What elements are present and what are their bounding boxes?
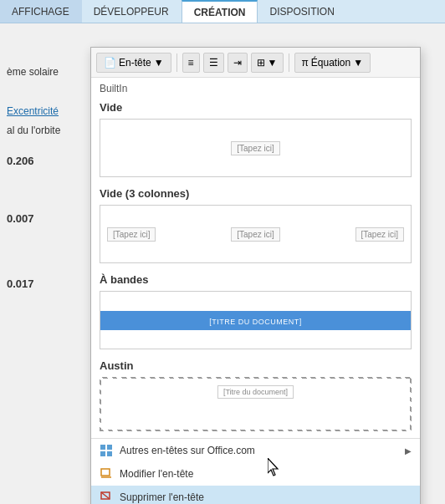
builtin-label: BuiltIn <box>91 78 420 98</box>
sidebar-val1: 0.206 <box>7 154 84 169</box>
indent-icon: ⇥ <box>233 57 242 69</box>
preview-vide3[interactable]: [Tapez ici] [Tapez ici] [Tapez ici] <box>100 205 412 263</box>
sidebar-orbite: al du l'orbite <box>7 124 84 138</box>
tab-affichage[interactable]: AFFICHAGE <box>0 0 82 23</box>
sidebar-excentricite: Excentricité <box>7 104 84 119</box>
edit-icon <box>100 467 113 481</box>
equation-arrow-icon: ▼ <box>353 57 363 69</box>
arrow-right-icon: ▶ <box>405 446 412 456</box>
toolbar-sep1 <box>176 53 177 72</box>
entete-button[interactable]: 📄 En-tête ▼ <box>96 53 171 73</box>
align-center-icon: ☰ <box>209 57 218 69</box>
menu-autres-label: Autres en-têtes sur Office.com <box>120 445 255 456</box>
align-center-button[interactable]: ☰ <box>203 53 224 73</box>
section-bandes-title: À bandes <box>91 270 420 289</box>
equation-button[interactable]: π Équation ▼ <box>294 53 371 73</box>
section-vide3-title: Vide (3 colonnes) <box>91 184 420 203</box>
pi-icon: π <box>302 57 309 69</box>
tab-creation[interactable]: CRÉATION <box>182 0 258 23</box>
svg-rect-0 <box>100 445 105 450</box>
tab-developpeur[interactable]: DÉVELOPPEUR <box>82 0 182 23</box>
preview-bands-text: [TITRE DU DOCUMENT] <box>209 318 302 326</box>
delete-icon <box>100 491 113 504</box>
tab-disposition[interactable]: DISPOSITION <box>258 0 346 23</box>
entete-icon: 📄 <box>104 57 116 69</box>
align-left-icon: ≡ <box>188 57 194 69</box>
preview-vide3-text2: [Tapez ici] <box>231 227 279 242</box>
ribbon-bar: AFFICHAGE DÉVELOPPEUR CRÉATION DISPOSITI… <box>0 0 445 23</box>
dropdown-menu-items: Autres en-têtes sur Office.com ▶ Modifie… <box>91 438 420 504</box>
indent-button[interactable]: ⇥ <box>228 53 248 73</box>
menu-supprimer[interactable]: Supprimer l'en-tête <box>91 486 420 504</box>
preview-vide3-row: [Tapez ici] [Tapez ici] [Tapez ici] <box>107 227 404 242</box>
dropdown-content[interactable]: BuiltIn Vide [Tapez ici] Vide (3 colonne… <box>91 78 420 438</box>
section-austin-title: Austin <box>91 356 420 375</box>
more-button[interactable]: ⊞ ▼ <box>251 53 284 73</box>
menu-modifier[interactable]: Modifier l'en-tête <box>91 462 420 486</box>
more-icon: ⊞ <box>257 57 265 69</box>
svg-rect-3 <box>107 451 112 456</box>
preview-vide3-text3: [Tapez ici] <box>355 227 404 242</box>
section-vide-title: Vide <box>91 98 420 117</box>
toolbar-sep2 <box>289 53 289 72</box>
sidebar-systeme: ème solaire <box>7 65 84 79</box>
entete-dropdown: 📄 En-tête ▼ ≡ ☰ ⇥ ⊞ ▼ π Équation ▼ Built… <box>90 47 421 504</box>
svg-line-7 <box>101 492 110 499</box>
menu-supprimer-label: Supprimer l'en-tête <box>120 491 204 503</box>
dropdown-toolbar: 📄 En-tête ▼ ≡ ☰ ⇥ ⊞ ▼ π Équation ▼ <box>91 48 420 78</box>
grid-icon <box>100 444 113 457</box>
chevron-down-icon: ▼ <box>268 57 278 69</box>
menu-modifier-label: Modifier l'en-tête <box>120 468 193 480</box>
svg-rect-2 <box>100 451 105 456</box>
sidebar-val3: 0.017 <box>7 277 84 292</box>
sidebar-val2: 0.007 <box>7 211 84 227</box>
preview-bandes[interactable]: [TITRE DU DOCUMENT] <box>100 291 412 349</box>
preview-vide3-text1: [Tapez ici] <box>107 227 156 242</box>
menu-autres[interactable]: Autres en-têtes sur Office.com ▶ <box>91 439 420 462</box>
align-left-button[interactable]: ≡ <box>182 53 200 73</box>
preview-bands-bar: [TITRE DU DOCUMENT] <box>100 311 411 330</box>
svg-rect-4 <box>101 469 110 476</box>
preview-austin[interactable]: [Titre du document] <box>100 377 412 431</box>
document-sidebar: ème solaire Excentricité al du l'orbite … <box>0 23 90 305</box>
svg-rect-1 <box>107 445 112 450</box>
preview-austin-text: [Titre du document] <box>217 385 294 399</box>
preview-vide[interactable]: [Tapez ici] <box>100 119 412 177</box>
entete-dropdown-arrow: ▼ <box>154 57 164 69</box>
preview-vide-text: [Tapez ici] <box>231 141 279 155</box>
